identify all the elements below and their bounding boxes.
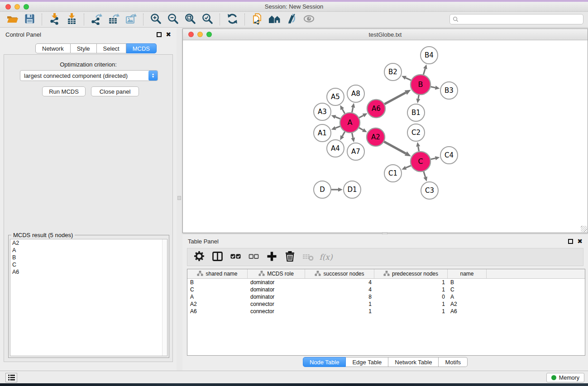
tab-mcds[interactable]: MCDS	[126, 43, 157, 53]
graph-node-C3[interactable]: C3	[421, 182, 438, 199]
edge-A-A7[interactable]	[352, 133, 353, 138]
edge-A-A4[interactable]	[342, 132, 345, 136]
add-column-button[interactable]	[263, 249, 280, 265]
node-table[interactable]: shared nameMCDS rolesuccessor nodesprede…	[187, 269, 585, 356]
search-box[interactable]	[449, 14, 583, 24]
deselect-all-button[interactable]	[245, 249, 262, 265]
edge-A-A1[interactable]	[335, 126, 340, 128]
graph-node-B[interactable]: B	[411, 75, 430, 95]
result-list-item[interactable]: B	[10, 254, 167, 261]
column-layout-button[interactable]	[209, 249, 225, 265]
network-view-window[interactable]: testGlobe.txt B4B2BB3A8A5A6A3B1AA1C2A2A4…	[182, 29, 588, 233]
criterion-dropdown[interactable]: largest connected component (directed) ▲…	[20, 70, 158, 81]
close-table-panel-icon[interactable]: ✖	[577, 239, 583, 244]
resize-grip-icon[interactable]	[581, 226, 587, 232]
tab-style[interactable]: Style	[71, 43, 97, 53]
graph-node-A[interactable]: A	[340, 113, 360, 133]
graph-node-D1[interactable]: D1	[344, 181, 361, 198]
edge-C-C3[interactable]	[424, 172, 425, 177]
edge-C-C2[interactable]	[418, 147, 419, 152]
graph-node-A8[interactable]: A8	[347, 85, 364, 102]
edge-C-C1[interactable]	[406, 166, 411, 168]
import-table-button[interactable]	[63, 13, 80, 26]
result-list-item[interactable]: A6	[10, 268, 167, 276]
zoom-in-button[interactable]	[147, 13, 164, 26]
result-list-item[interactable]: A2	[10, 239, 167, 247]
graph-node-B4[interactable]: B4	[421, 47, 438, 64]
tab-select[interactable]: Select	[97, 43, 126, 53]
graph-node-B2[interactable]: B2	[384, 63, 402, 81]
hide-graphics-button[interactable]	[283, 13, 300, 26]
edge-A-A5[interactable]	[342, 109, 345, 114]
graph-node-B1[interactable]: B1	[407, 104, 425, 121]
graph-node-A1[interactable]: A1	[314, 124, 331, 142]
edge-A-A6[interactable]	[359, 115, 363, 118]
export-image-button[interactable]	[122, 13, 139, 26]
main-window-titlebar[interactable]: Session: New Session	[0, 2, 588, 12]
close-panel-icon[interactable]: ✖	[166, 32, 171, 37]
network-graph[interactable]: B4B2BB3A8A5A6A3B1AA1C2A2A4A7C4CC1C3DD1	[183, 41, 587, 233]
edge-B-B1[interactable]	[418, 95, 419, 99]
table-row[interactable]: Adominator80A	[187, 293, 585, 300]
delete-column-button[interactable]	[282, 249, 298, 265]
zoom-selected-button[interactable]	[199, 13, 216, 26]
table-row[interactable]: Cdominator41C	[187, 286, 585, 293]
table-row[interactable]: Bdominator41B	[187, 279, 585, 286]
graph-node-C2[interactable]: C2	[407, 124, 425, 141]
edge-A-A2[interactable]	[359, 128, 363, 130]
vertical-splitter[interactable]	[177, 28, 182, 371]
table-tab-network-table[interactable]: Network Table	[388, 357, 439, 367]
graph-node-A7[interactable]: A7	[347, 143, 364, 160]
refresh-button[interactable]	[224, 13, 241, 26]
column-header-predecessor-nodes[interactable]: predecessor nodes	[374, 269, 448, 278]
export-table-button[interactable]	[105, 13, 122, 26]
zoom-out-button[interactable]	[164, 13, 182, 26]
graph-node-A2[interactable]: A2	[367, 128, 385, 146]
graph-node-A3[interactable]: A3	[314, 103, 331, 120]
select-all-button[interactable]	[227, 249, 244, 265]
graph-node-C1[interactable]: C1	[384, 165, 402, 182]
graph-node-B3[interactable]: B3	[440, 82, 458, 99]
column-header-successor-nodes[interactable]: successor nodes	[305, 269, 374, 278]
graph-node-C[interactable]: C	[411, 152, 430, 172]
table-row[interactable]: A6connector11A6	[187, 308, 585, 315]
search-input[interactable]	[460, 16, 580, 23]
result-list-item[interactable]: A	[10, 247, 167, 254]
table-tab-edge-table[interactable]: Edge Table	[346, 357, 388, 367]
edge-B-B2[interactable]	[406, 78, 411, 80]
edge-A2-C[interactable]	[384, 142, 406, 153]
run-mcds-button[interactable]: Run MCDS	[42, 86, 86, 96]
column-header-MCDS-role[interactable]: MCDS role	[248, 269, 305, 278]
close-panel-button[interactable]: Close panel	[91, 86, 139, 96]
result-list-scrollbar[interactable]	[162, 239, 167, 356]
network-window-titlebar[interactable]: testGlobe.txt	[183, 29, 588, 40]
gear-button[interactable]	[191, 249, 207, 265]
result-list-item[interactable]: C	[10, 261, 167, 268]
edge-A-A3[interactable]	[335, 117, 340, 119]
graph-node-A6[interactable]: A6	[367, 100, 385, 118]
network-graph-canvas[interactable]: B4B2BB3A8A5A6A3B1AA1C2A2A4A7C4CC1C3DD1	[183, 41, 587, 233]
splitter-grip[interactable]	[177, 196, 181, 200]
graph-node-D[interactable]: D	[314, 181, 331, 198]
show-graphics-button[interactable]	[300, 13, 317, 26]
float-table-panel-icon[interactable]	[568, 239, 573, 244]
graph-node-C4[interactable]: C4	[440, 147, 458, 164]
mcds-result-list[interactable]: A2ABCA6	[10, 239, 167, 356]
table-tab-node-table[interactable]: Node Table	[303, 357, 346, 367]
save-button[interactable]	[21, 13, 38, 26]
import-network-button[interactable]	[46, 13, 63, 26]
open-folder-button[interactable]	[4, 13, 21, 26]
edge-B-B4[interactable]	[423, 69, 425, 75]
edge-C-C4[interactable]	[430, 158, 435, 159]
edge-A6-B[interactable]	[384, 93, 406, 104]
memory-button[interactable]: Memory	[546, 373, 584, 382]
edge-A-A8[interactable]	[352, 107, 353, 112]
tab-network[interactable]: Network	[35, 43, 71, 53]
home-button[interactable]	[266, 13, 283, 26]
column-header-shared-name[interactable]: shared name	[187, 269, 248, 278]
graph-node-A4[interactable]: A4	[327, 140, 344, 157]
clone-network-button[interactable]	[249, 13, 266, 26]
task-history-button[interactable]	[5, 373, 17, 382]
export-network-button[interactable]	[88, 13, 105, 26]
graph-node-A5[interactable]: A5	[327, 88, 344, 105]
